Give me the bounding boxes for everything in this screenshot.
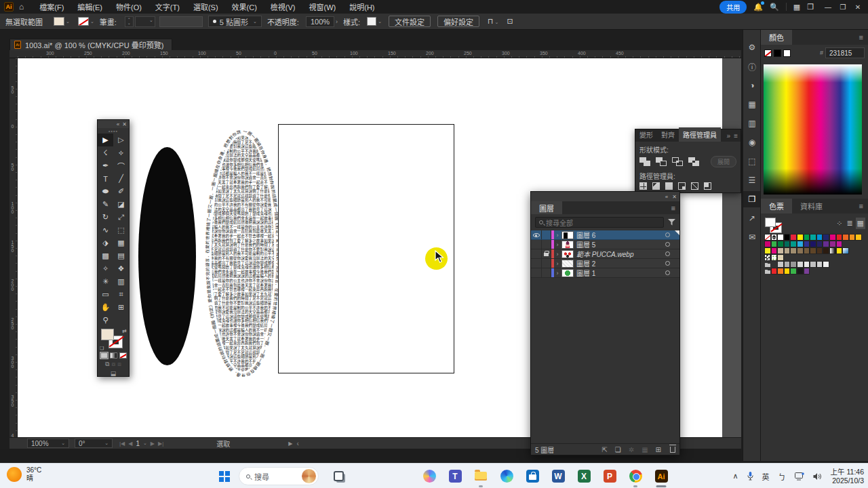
minus-back-button[interactable] bbox=[704, 182, 711, 190]
swatch[interactable] bbox=[816, 241, 823, 247]
swatch[interactable] bbox=[790, 268, 797, 274]
tab-align[interactable]: 對齊 bbox=[657, 127, 679, 142]
taskbar-word[interactable]: W bbox=[549, 468, 567, 485]
artwork-black-ellipse[interactable] bbox=[138, 147, 196, 365]
draw-inside-icon[interactable]: ⧈ bbox=[117, 361, 121, 368]
taskbar-chrome[interactable] bbox=[627, 468, 644, 485]
default-fill-stroke-icon[interactable]: ❏ bbox=[100, 346, 104, 351]
toolbar-close-icon[interactable]: ✕ bbox=[122, 121, 127, 127]
layer-target-circle[interactable] bbox=[665, 270, 670, 275]
hidden-icons-chevron[interactable]: ∧ bbox=[733, 472, 738, 481]
illustrator-logo-icon[interactable]: Ai bbox=[4, 2, 14, 12]
swatch[interactable] bbox=[784, 268, 791, 274]
first-artboard-icon[interactable]: |◀ bbox=[119, 441, 125, 447]
swatch[interactable] bbox=[823, 247, 829, 254]
swatch[interactable] bbox=[784, 234, 791, 241]
outline-button[interactable] bbox=[691, 182, 698, 190]
swatch[interactable] bbox=[797, 261, 804, 268]
next-artboard-icon[interactable]: ▶ bbox=[151, 441, 155, 447]
layer-name[interactable]: 圖層 1 bbox=[576, 268, 665, 278]
opacity-value-field[interactable]: 100% bbox=[306, 16, 334, 27]
taskbar-start[interactable] bbox=[216, 468, 233, 485]
curvature-tool[interactable]: ⌒ bbox=[113, 159, 129, 172]
stroke-weight-dropdown[interactable] bbox=[135, 16, 155, 27]
reset-workspace-icon[interactable]: ⊡ bbox=[507, 17, 513, 26]
layer-name[interactable]: 圖層 5 bbox=[576, 239, 665, 249]
taskbar-illustrator[interactable]: Ai bbox=[652, 468, 670, 485]
appearance-icon[interactable]: ◉ bbox=[743, 134, 761, 150]
microphone-icon[interactable] bbox=[747, 472, 753, 481]
taskbar-edge[interactable] bbox=[498, 468, 515, 485]
shape-builder-tool[interactable]: ⬗ bbox=[98, 237, 113, 249]
artboard-dropdown-icon[interactable]: ⌄ bbox=[143, 441, 147, 446]
swatch-none[interactable] bbox=[764, 234, 771, 241]
network-icon[interactable] bbox=[795, 472, 804, 481]
type-tool[interactable]: T bbox=[98, 172, 113, 185]
layers-menu-icon[interactable]: ≡ bbox=[671, 204, 679, 212]
exclude-button[interactable] bbox=[688, 157, 699, 166]
swatch[interactable] bbox=[816, 234, 823, 241]
eraser-tool[interactable]: ◪ bbox=[113, 198, 129, 211]
expand-arrow[interactable]: › bbox=[554, 230, 561, 240]
layer-target-circle[interactable] bbox=[665, 232, 670, 237]
swap-fill-stroke-icon[interactable]: ⇄ bbox=[122, 328, 127, 334]
taskbar-powerpoint[interactable]: P bbox=[601, 468, 618, 485]
layer-target-circle[interactable] bbox=[665, 251, 670, 256]
swatch[interactable] bbox=[849, 234, 856, 241]
ellipse-tool[interactable]: ⬬ bbox=[98, 185, 113, 198]
free-transform-tool[interactable]: ⬚ bbox=[113, 224, 129, 237]
grid-view-icon[interactable]: ▦ bbox=[857, 219, 864, 228]
last-artboard-icon[interactable]: ▶| bbox=[158, 441, 163, 447]
layer-target-circle[interactable] bbox=[665, 242, 670, 247]
swatch-folder[interactable] bbox=[764, 261, 771, 268]
trim-button[interactable] bbox=[652, 182, 660, 190]
hand-tool[interactable]: ✋ bbox=[98, 301, 113, 314]
pathfinder-icon[interactable]: ❐ bbox=[743, 191, 761, 207]
swatch[interactable] bbox=[836, 234, 843, 241]
visibility-toggle[interactable] bbox=[531, 240, 542, 249]
align-icon[interactable]: ☰ bbox=[743, 172, 761, 188]
search-icon[interactable]: 🔍 bbox=[770, 3, 779, 12]
color-icon[interactable]: ◑ bbox=[743, 77, 761, 94]
transform-icon[interactable]: ⬚ bbox=[743, 153, 761, 169]
taskbar-teams[interactable]: T bbox=[446, 468, 464, 485]
toolbar-collapse-icon[interactable]: « bbox=[117, 121, 119, 127]
swatches-icon[interactable]: ▦ bbox=[743, 96, 761, 113]
swatch-grad-blue[interactable] bbox=[842, 247, 849, 254]
prev-artboard-icon[interactable]: ◀ bbox=[128, 441, 132, 447]
ime-language-indicator[interactable]: 英 bbox=[762, 471, 770, 482]
fill-proxy-swatch[interactable] bbox=[101, 329, 114, 340]
tab-pathfinder[interactable]: 路徑管理員 bbox=[679, 127, 721, 142]
swatch[interactable] bbox=[823, 234, 829, 241]
layers-search-input[interactable]: 搜尋全部 bbox=[535, 217, 664, 228]
swatch[interactable] bbox=[797, 234, 804, 241]
menu-object[interactable]: 物件(O) bbox=[110, 0, 148, 14]
expand-arrow[interactable]: › bbox=[554, 268, 561, 278]
swatch[interactable] bbox=[842, 234, 849, 241]
taskbar-task-view[interactable] bbox=[330, 468, 347, 485]
mesh-tool[interactable]: ▩ bbox=[98, 249, 113, 262]
swatch[interactable] bbox=[836, 241, 843, 247]
color-menu-icon[interactable]: ≡ bbox=[859, 33, 868, 41]
swatch[interactable] bbox=[804, 268, 810, 274]
white-swatch[interactable] bbox=[783, 49, 791, 57]
clock[interactable]: 上午 11:46 2025/10/3 bbox=[831, 468, 864, 485]
swatch[interactable] bbox=[810, 261, 816, 268]
swatch[interactable] bbox=[804, 247, 810, 254]
panel-options-icon[interactable]: ⊓⌄ bbox=[488, 17, 498, 26]
zoom-level-dropdown[interactable]: 100%⌄ bbox=[27, 439, 69, 448]
merge-button[interactable] bbox=[665, 182, 673, 190]
document-setup-button[interactable]: 文件設定 bbox=[389, 16, 431, 27]
swatch[interactable] bbox=[804, 261, 810, 268]
menu-type[interactable]: 文字(T) bbox=[149, 0, 186, 14]
swatch[interactable] bbox=[784, 241, 791, 247]
layer-row[interactable]: › 範本 PUCCA.webp bbox=[531, 249, 679, 259]
perspective-grid-tool[interactable]: ▦ bbox=[113, 237, 129, 249]
symbol-sprayer-tool[interactable]: ✳ bbox=[98, 275, 113, 288]
pencil-tool[interactable]: ✎ bbox=[98, 198, 113, 211]
properties-icon[interactable]: ⚙ bbox=[743, 39, 761, 56]
swatch[interactable] bbox=[790, 241, 797, 247]
swatch[interactable] bbox=[790, 234, 797, 241]
lock-toggle[interactable] bbox=[542, 240, 551, 249]
toolbar-drag-grip[interactable]: ▪▪▪▪ bbox=[98, 128, 129, 134]
